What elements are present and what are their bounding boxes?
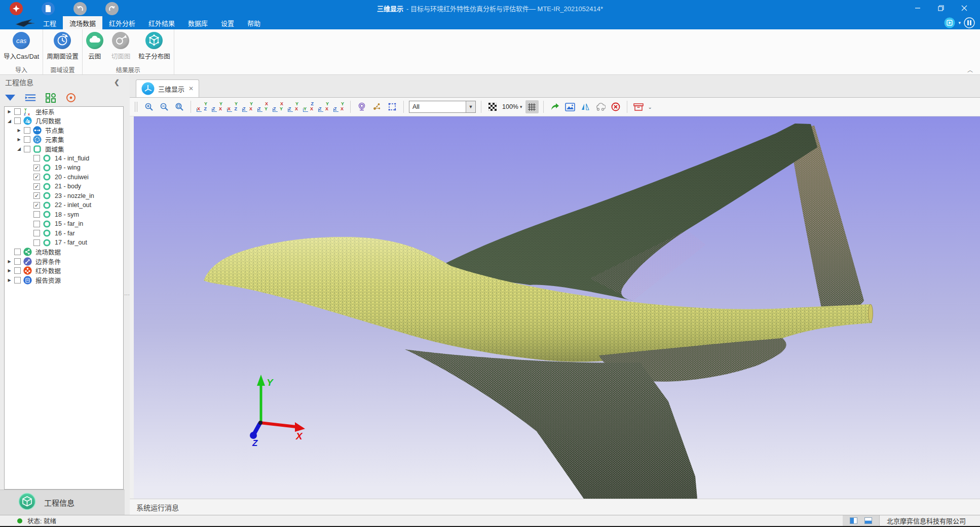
layout-style-button[interactable]	[964, 17, 975, 28]
view-top-icon[interactable]: XZY	[256, 100, 270, 113]
ribbon-collapse-button[interactable]: ︿	[967, 65, 973, 73]
tree-item-infrared[interactable]: ▶红外数据	[5, 266, 123, 276]
tree-item-body[interactable]: ✓21 - body	[5, 182, 123, 191]
tree-checkbox-far_in[interactable]	[33, 221, 40, 227]
expander-closed-icon[interactable]: ▶	[6, 268, 13, 273]
combo-dropdown-icon[interactable]: ▼	[466, 101, 475, 112]
tree-checkbox-boundary[interactable]	[14, 258, 21, 265]
caret-down-icon[interactable]: ⌄	[648, 104, 652, 110]
thumbnails-icon[interactable]	[45, 92, 57, 104]
zoom-extents-icon[interactable]	[173, 100, 186, 113]
document-tab-view-3d[interactable]: 三维显示✕	[136, 79, 199, 97]
minimize-button[interactable]	[906, 0, 929, 16]
tree-checkbox-wing[interactable]: ✓	[33, 165, 40, 171]
view-front-icon[interactable]: YXZ	[196, 100, 209, 113]
expander-closed-icon[interactable]: ▶	[16, 137, 22, 142]
tree-checkbox-far_out[interactable]	[33, 239, 40, 246]
cloud-map-button[interactable]: 云图	[84, 32, 106, 61]
close-button[interactable]	[953, 0, 976, 16]
view-back-icon[interactable]: YZX	[211, 100, 224, 113]
view-iso-2-icon[interactable]: ZYX	[302, 100, 315, 113]
tree-checkbox-nozzle_in[interactable]: ✓	[33, 192, 40, 199]
menu-tab-help[interactable]: 帮助	[241, 16, 267, 29]
tree-checkbox-int_fluid[interactable]	[33, 155, 40, 161]
tree-checkbox-element-set[interactable]	[24, 136, 30, 143]
tree-checkbox-face-set[interactable]	[24, 146, 30, 152]
panel-splitter[interactable]: ⋮	[125, 75, 130, 515]
maximize-button[interactable]	[929, 0, 953, 16]
tree-item-nozzle_in[interactable]: ✓23 - nozzle_in	[5, 191, 123, 201]
explode-icon[interactable]	[370, 100, 384, 113]
tab-close-icon[interactable]: ✕	[189, 85, 194, 92]
view-bottom-icon[interactable]: XZY	[272, 100, 285, 113]
tree-checkbox-inlet_out[interactable]: ✓	[33, 202, 40, 209]
mirror-icon[interactable]	[579, 100, 592, 113]
tree-item-face-set[interactable]: ◢面域集	[5, 144, 123, 154]
particle-map-button[interactable]: 粒子分布图	[136, 32, 173, 61]
view-left-icon[interactable]: YXZ	[226, 100, 239, 113]
tree-item-report[interactable]: ▶报告资源	[5, 275, 123, 285]
tree-item-chuiwei[interactable]: ✓20 - chuiwei	[5, 173, 123, 182]
cancel-icon[interactable]	[609, 100, 622, 113]
panel-bottom-icon[interactable]	[864, 517, 872, 524]
toolbar-drag-handle[interactable]	[135, 102, 137, 112]
tree-item-int_fluid[interactable]: 14 - int_fluid	[5, 154, 123, 164]
view-iso-1-icon[interactable]: YZX	[287, 100, 300, 113]
tree-checkbox-chuiwei[interactable]: ✓	[33, 174, 40, 180]
tree-item-node-set[interactable]: ▶节点集	[5, 126, 123, 135]
menu-tab-ir-result[interactable]: 红外结果	[142, 16, 181, 29]
snapshot-icon[interactable]	[563, 100, 577, 113]
tree-checkbox-body[interactable]: ✓	[33, 183, 40, 190]
locate-icon[interactable]	[65, 92, 77, 104]
zoom-in-icon[interactable]	[142, 100, 156, 113]
panel-collapse-button[interactable]: ❮	[114, 78, 120, 86]
view-right-icon[interactable]: YZX	[241, 100, 254, 113]
texture-icon[interactable]	[486, 100, 499, 113]
zoom-level-dropdown[interactable]: 100%▾	[502, 103, 522, 110]
render-style-button[interactable]	[944, 17, 955, 28]
tree-checkbox-node-set[interactable]	[24, 127, 30, 134]
panel-left-icon[interactable]	[850, 517, 857, 524]
import-cas-dat-button[interactable]: cas导入Cas/Dat	[1, 32, 42, 61]
tree-item-element-set[interactable]: ▶元素集	[5, 135, 123, 145]
cloud-icon[interactable]	[594, 100, 607, 113]
viewport-3d[interactable]: Y X Z	[134, 116, 980, 499]
display-filter-combo[interactable]: All▼	[409, 101, 476, 113]
tree-item-geometry[interactable]: ◢几何数据	[5, 116, 123, 126]
expander-open-icon[interactable]: ◢	[16, 146, 22, 151]
tree-checkbox-report[interactable]	[14, 277, 21, 283]
expander-closed-icon[interactable]: ▶	[6, 278, 13, 282]
tree-item-far_out[interactable]: 17 - far_out	[5, 238, 123, 248]
grid-icon[interactable]	[525, 100, 539, 113]
export-arrow-icon[interactable]	[548, 100, 561, 113]
view-iso-4-icon[interactable]: YZX	[332, 100, 346, 113]
expander-closed-icon[interactable]: ▶	[6, 109, 13, 114]
tree-item-boundary[interactable]: ▶边界条件	[5, 257, 123, 266]
menu-tab-flow-data[interactable]: 流场数据	[63, 16, 102, 29]
expander-closed-icon[interactable]: ▶	[6, 259, 13, 264]
zoom-out-icon[interactable]	[158, 100, 171, 113]
tree-checkbox-coord-sys[interactable]	[14, 108, 21, 115]
period-face-button[interactable]: 周期面设置	[44, 32, 81, 61]
tree-item-far_in[interactable]: 15 - far_in	[5, 219, 123, 229]
menu-tab-database[interactable]: 数据库	[181, 16, 214, 29]
view-iso-3-icon[interactable]: YZX	[317, 100, 330, 113]
menu-tab-settings[interactable]: 设置	[214, 16, 241, 29]
tree-checkbox-geometry[interactable]	[14, 117, 21, 124]
outline-icon[interactable]	[24, 92, 36, 104]
probe-icon[interactable]	[355, 100, 368, 113]
filter-icon[interactable]	[4, 92, 16, 104]
tree-checkbox-flow-data[interactable]	[14, 249, 21, 255]
tree-item-far[interactable]: 16 - far	[5, 229, 123, 238]
tree-item-inlet_out[interactable]: ✓22 - inlet_out	[5, 200, 123, 210]
tree-item-sym[interactable]: 18 - sym	[5, 210, 123, 220]
tree-checkbox-far[interactable]	[33, 230, 40, 236]
project-panel-footer[interactable]: 工程信息	[0, 490, 125, 515]
tree-checkbox-infrared[interactable]	[14, 267, 21, 274]
tree-item-wing[interactable]: ✓19 - wing	[5, 163, 123, 173]
tree-item-flow-data[interactable]: 流场数据	[5, 248, 123, 257]
menu-tab-project[interactable]: 工程	[36, 16, 63, 29]
expander-closed-icon[interactable]: ▶	[16, 128, 22, 133]
tree-checkbox-sym[interactable]	[33, 211, 40, 218]
tree-item-coord-sys[interactable]: ▶Yzx坐标系	[5, 107, 123, 116]
